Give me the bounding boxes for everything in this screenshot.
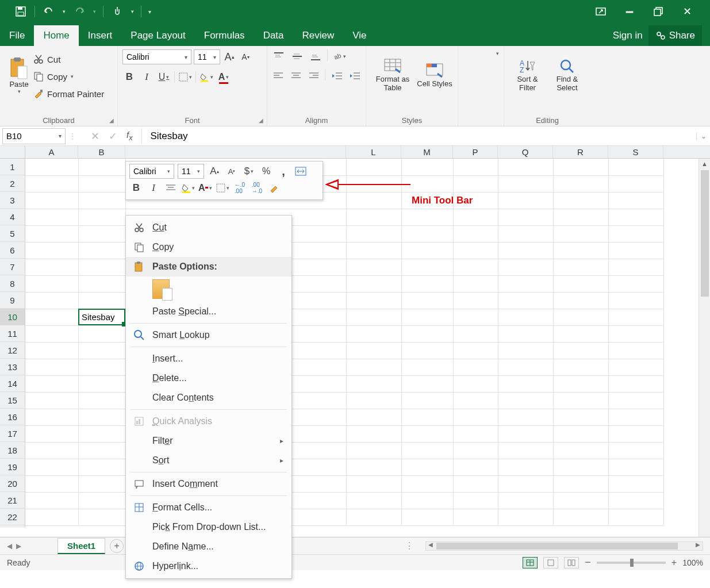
orientation-icon[interactable]: ab — [332, 49, 346, 63]
column-header[interactable]: S — [608, 146, 663, 158]
decrease-indent-icon[interactable] — [330, 69, 343, 83]
align-middle-icon[interactable] — [290, 49, 304, 63]
name-box[interactable]: B10 ▾ — [2, 128, 66, 144]
grow-font-icon[interactable]: A▴ — [222, 50, 236, 64]
row-header[interactable]: 5 — [0, 225, 25, 242]
cm-paste-options[interactable]: Paste Options: — [126, 257, 291, 276]
row-header[interactable]: 4 — [0, 209, 25, 225]
tab-insert[interactable]: Insert — [79, 25, 122, 46]
row-header[interactable]: 16 — [0, 409, 25, 425]
qat-customize-icon[interactable]: ▾ — [148, 9, 151, 15]
bold-button[interactable]: B — [122, 70, 136, 84]
tab-file[interactable]: File — [0, 25, 34, 46]
zoom-in-button[interactable]: + — [671, 558, 677, 568]
row-header[interactable]: 6 — [0, 242, 25, 259]
italic-button[interactable]: I — [140, 70, 153, 84]
undo-icon[interactable] — [42, 5, 56, 18]
cm-filter[interactable]: Filter▸ — [126, 431, 291, 451]
align-left-icon[interactable] — [272, 69, 285, 83]
cm-cut[interactable]: Cut — [126, 218, 291, 237]
mini-font-color[interactable]: A — [198, 181, 212, 195]
mini-align-center[interactable] — [164, 181, 178, 195]
shrink-font-icon[interactable]: A▾ — [239, 50, 252, 64]
touch-dropdown[interactable]: ▾ — [131, 9, 134, 14]
cm-insert[interactable]: Insert... — [126, 349, 291, 368]
border-button[interactable] — [178, 70, 192, 84]
column-header[interactable]: L — [346, 146, 401, 158]
restore-icon[interactable] — [653, 6, 664, 17]
column-header[interactable]: B — [78, 146, 125, 158]
format-painter-button[interactable]: Format Painter — [33, 86, 104, 101]
row-header[interactable]: 8 — [0, 275, 25, 292]
mini-merge[interactable] — [294, 164, 308, 178]
zoom-slider[interactable] — [597, 562, 666, 564]
column-header[interactable]: M — [401, 146, 453, 158]
cm-clear-contents[interactable]: Clear Contents — [126, 388, 291, 408]
horizontal-scrollbar[interactable]: ◀ ▶ — [425, 541, 703, 551]
cm-insert-comment[interactable]: Insert Comment — [126, 474, 291, 494]
sign-in-link[interactable]: Sign in — [613, 30, 643, 41]
row-header[interactable]: 2 — [0, 175, 25, 192]
copy-dropdown-icon[interactable]: ▾ — [71, 74, 74, 79]
cm-define-name[interactable]: Define Name... — [126, 537, 291, 556]
mini-grow-font[interactable]: A▴ — [208, 164, 221, 178]
cm-hyperlink[interactable]: Hyperlink... — [126, 556, 291, 576]
row-header[interactable]: 21 — [0, 492, 25, 509]
mini-currency[interactable]: $ — [242, 164, 256, 178]
row-header[interactable]: 22 — [0, 509, 25, 525]
column-header[interactable]: P — [453, 146, 498, 158]
cm-pick-list[interactable]: Pick From Drop-down List... — [126, 517, 291, 537]
font-name-combo[interactable]: Calibri▾ — [122, 49, 191, 64]
autosum-dd[interactable]: ▾ — [496, 51, 499, 56]
row-header[interactable]: 18 — [0, 442, 25, 459]
touch-mode-icon[interactable] — [110, 5, 124, 18]
cm-smart-lookup[interactable]: Smart Lookup — [126, 325, 291, 345]
cancel-edit-icon[interactable]: ✕ — [91, 130, 99, 143]
row-header[interactable]: 17 — [0, 425, 25, 442]
row-header[interactable]: 1 — [0, 159, 25, 175]
cut-button[interactable]: Cut — [33, 52, 104, 67]
view-normal-icon[interactable] — [523, 557, 538, 568]
cm-copy[interactable]: Copy — [126, 237, 291, 257]
fullscreen-icon[interactable] — [595, 6, 607, 17]
vscroll-thumb[interactable] — [701, 170, 709, 297]
cm-paste-option-default[interactable] — [126, 276, 291, 302]
view-page-break-icon[interactable] — [564, 557, 579, 568]
cm-format-cells[interactable]: Format Cells... — [126, 498, 291, 517]
row-header[interactable]: 13 — [0, 359, 25, 375]
paste-button[interactable]: Paste ▾ — [5, 49, 33, 101]
mini-shrink-font[interactable]: A▾ — [225, 164, 239, 178]
formula-bar[interactable]: Sitesbay — [141, 128, 696, 144]
minimize-icon[interactable]: ‒ — [624, 6, 635, 17]
align-bottom-icon[interactable] — [309, 49, 323, 63]
hscroll-thumb[interactable] — [436, 543, 678, 549]
tab-data[interactable]: Data — [254, 25, 293, 46]
align-center-icon[interactable] — [290, 69, 303, 83]
zoom-value[interactable]: 100% — [682, 558, 703, 567]
mini-increase-decimal[interactable]: ←.0.00 — [233, 181, 247, 195]
row-header[interactable]: 15 — [0, 392, 25, 409]
row-header[interactable]: 3 — [0, 192, 25, 209]
confirm-edit-icon[interactable]: ✓ — [109, 130, 117, 143]
undo-dropdown[interactable]: ▾ — [63, 9, 66, 14]
format-as-table-button[interactable]: Format as Table — [371, 49, 415, 101]
sheet-nav[interactable]: ◀ ▶ — [0, 542, 57, 550]
mini-border[interactable] — [216, 181, 229, 195]
cm-sort[interactable]: Sort▸ — [126, 451, 291, 470]
view-page-layout-icon[interactable] — [543, 557, 558, 568]
column-header-gap[interactable] — [125, 146, 346, 158]
row-header[interactable]: 20 — [0, 475, 25, 492]
row-header[interactable]: 14 — [0, 375, 25, 392]
clipboard-dialog-icon[interactable]: ◢ — [109, 117, 114, 124]
column-header[interactable]: R — [553, 146, 608, 158]
tab-review[interactable]: Review — [293, 25, 344, 46]
share-button[interactable]: Share — [648, 25, 702, 46]
mini-format-painter[interactable] — [267, 181, 281, 195]
column-header[interactable]: Q — [498, 146, 553, 158]
scroll-up-icon[interactable]: ▲ — [699, 159, 710, 169]
tab-view[interactable]: Vie — [343, 25, 375, 46]
paste-dropdown-icon[interactable]: ▾ — [18, 89, 21, 94]
font-size-combo[interactable]: 11▾ — [194, 49, 220, 64]
fx-icon[interactable]: fx — [126, 130, 132, 142]
redo-icon[interactable] — [72, 5, 86, 18]
